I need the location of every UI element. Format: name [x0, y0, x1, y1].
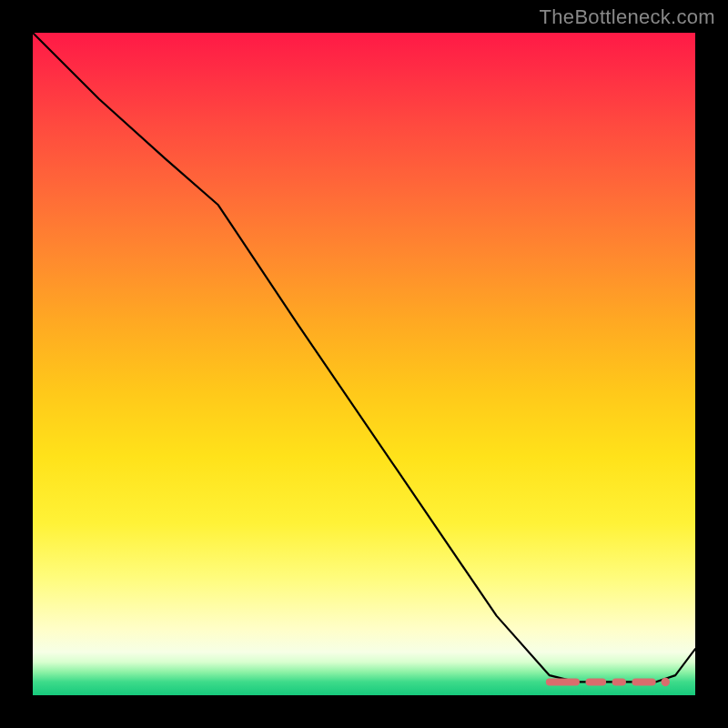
watermark-text: TheBottleneck.com	[540, 5, 715, 29]
curve-line	[33, 33, 695, 682]
dashed-marker-dot	[662, 678, 670, 686]
chart-svg	[33, 33, 695, 695]
chart-stage: TheBottleneck.com	[0, 0, 728, 728]
plot-area	[33, 33, 695, 695]
